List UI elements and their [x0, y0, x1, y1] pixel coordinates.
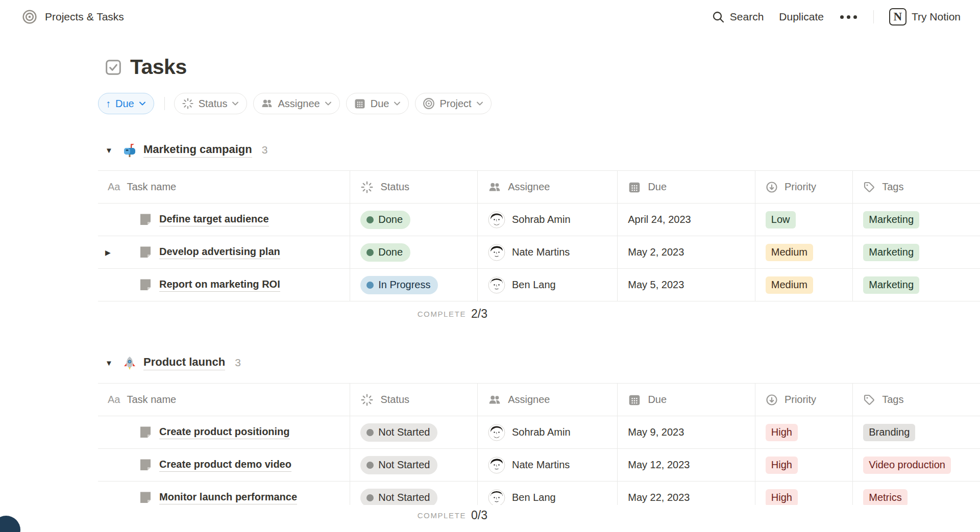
status-badge[interactable]: Done	[360, 211, 410, 229]
page-icon	[138, 490, 153, 505]
breadcrumb[interactable]: Projects & Tasks	[45, 11, 124, 23]
priority-badge[interactable]: Medium	[766, 244, 813, 261]
table-row[interactable]: Report on marketing ROI In Progress Ben …	[98, 269, 980, 301]
status-badge[interactable]: Not Started	[360, 489, 437, 507]
assignee-name[interactable]: Nate Martins	[512, 459, 570, 471]
column-header-due[interactable]: Due	[618, 384, 755, 416]
tag-badge[interactable]: Video production	[863, 457, 951, 474]
expand-triangle-icon[interactable]: ▶	[105, 248, 111, 257]
task-name-link[interactable]: Create product demo video	[159, 459, 291, 472]
mailbox-icon	[122, 143, 137, 157]
status-spinner-icon	[360, 393, 374, 407]
task-name-link[interactable]: Monitor launch performance	[159, 491, 297, 504]
search-icon	[712, 10, 725, 23]
table-row[interactable]: Define target audience Done Sohrab Amin …	[98, 204, 980, 236]
filter-pill-due[interactable]: Due	[346, 93, 409, 114]
priority-badge[interactable]: Medium	[766, 276, 813, 294]
group-title[interactable]: Marketing campaign	[143, 143, 252, 158]
filter-label: Status	[199, 98, 228, 110]
table-row[interactable]: Create product positioning Not Started S…	[98, 416, 980, 449]
column-header-assignee[interactable]: Assignee	[478, 171, 618, 203]
column-header-due[interactable]: Due	[618, 171, 755, 203]
rocket-icon	[122, 356, 137, 370]
try-notion-label: Try Notion	[912, 11, 961, 23]
status-badge[interactable]: Not Started	[360, 423, 437, 442]
filter-bar: ↑ Due Status Assignee Due Project	[98, 93, 980, 114]
column-header-priority[interactable]: Priority	[755, 384, 853, 416]
assignee-name[interactable]: Sohrab Amin	[512, 426, 571, 438]
column-header-status[interactable]: Status	[350, 384, 478, 416]
due-date[interactable]: May 12, 2023	[628, 459, 690, 471]
tag-badge[interactable]: Marketing	[863, 211, 919, 229]
tag-badge[interactable]: Metrics	[863, 489, 907, 506]
priority-badge[interactable]: High	[766, 489, 798, 506]
status-spinner-icon	[360, 181, 374, 194]
page-icon	[138, 458, 153, 473]
table-row[interactable]: Create product demo video Not Started Na…	[98, 449, 980, 482]
collapse-triangle-icon[interactable]: ▼	[105, 359, 122, 367]
column-header-priority[interactable]: Priority	[755, 171, 853, 203]
column-header-task-name[interactable]: Aa Task name	[98, 171, 350, 203]
filter-pill-project[interactable]: Project	[415, 93, 491, 114]
group-marketing-campaign: ▼ Marketing campaign 3 Aa Task name Stat…	[98, 141, 980, 326]
search-button[interactable]: Search	[712, 10, 764, 23]
task-name-link[interactable]: Define target audience	[159, 213, 269, 226]
chevron-down-icon	[139, 100, 146, 107]
duplicate-button[interactable]: Duplicate	[779, 11, 824, 23]
filter-pill-assignee[interactable]: Assignee	[253, 93, 339, 114]
status-badge[interactable]: Done	[360, 243, 410, 262]
tag-badge[interactable]: Branding	[863, 424, 915, 441]
tag-icon	[863, 181, 875, 193]
status-badge[interactable]: Not Started	[360, 456, 437, 474]
status-dot-icon	[366, 462, 374, 469]
status-badge[interactable]: In Progress	[360, 276, 438, 294]
tag-badge[interactable]: Marketing	[863, 276, 919, 294]
calendar-icon	[628, 393, 641, 407]
due-date[interactable]: May 22, 2023	[628, 492, 690, 503]
filter-divider	[164, 97, 165, 110]
complete-calc[interactable]: COMPLETE 0/3	[365, 509, 500, 522]
tag-badge[interactable]: Marketing	[863, 244, 919, 261]
due-date[interactable]: April 24, 2023	[628, 214, 691, 225]
more-icon[interactable]	[839, 13, 858, 21]
avatar	[488, 244, 505, 261]
chevron-down-icon	[232, 100, 239, 107]
group-count: 3	[262, 144, 268, 156]
group-title[interactable]: Product launch	[143, 356, 225, 370]
task-name-link[interactable]: Report on marketing ROI	[159, 278, 280, 292]
assignee-name[interactable]: Nate Martins	[512, 246, 570, 258]
column-header-assignee[interactable]: Assignee	[478, 384, 618, 416]
status-dot-icon	[366, 282, 374, 289]
task-name-link[interactable]: Create product positioning	[159, 426, 290, 439]
column-header-task-name[interactable]: Aa Task name	[98, 384, 350, 416]
page-title: Tasks	[130, 55, 187, 79]
priority-badge[interactable]: High	[766, 457, 798, 474]
filter-pill-status[interactable]: Status	[174, 93, 248, 114]
due-date[interactable]: May 9, 2023	[628, 426, 684, 438]
due-date[interactable]: May 5, 2023	[628, 279, 684, 291]
complete-value: 2/3	[471, 307, 487, 321]
table-footer: COMPLETE 2/3	[98, 301, 980, 326]
column-header-tags[interactable]: Tags	[853, 171, 980, 203]
assignee-name[interactable]: Sohrab Amin	[512, 214, 571, 225]
column-header-tags[interactable]: Tags	[853, 384, 980, 416]
priority-badge[interactable]: High	[766, 424, 798, 441]
filter-label: Project	[439, 98, 471, 110]
notion-logo-icon: N	[889, 8, 906, 26]
text-type-icon: Aa	[108, 181, 120, 193]
due-date[interactable]: May 2, 2023	[628, 246, 684, 258]
group-product-launch: ▼ Product launch 3 Aa Task name Status A…	[98, 353, 980, 514]
complete-calc[interactable]: COMPLETE 2/3	[365, 307, 500, 321]
assignee-name[interactable]: Ben Lang	[512, 492, 556, 503]
column-header-status[interactable]: Status	[350, 171, 478, 203]
task-name-link[interactable]: Develop advertising plan	[159, 246, 280, 259]
checkbox-icon	[105, 59, 121, 75]
table-row[interactable]: ▶ Develop advertising plan Done Nate Mar…	[98, 236, 980, 269]
assignee-name[interactable]: Ben Lang	[512, 279, 556, 291]
sort-pill-due[interactable]: ↑ Due	[98, 93, 154, 114]
try-notion-button[interactable]: N Try Notion	[889, 8, 961, 26]
priority-badge[interactable]: Low	[766, 211, 796, 229]
collapse-triangle-icon[interactable]: ▼	[105, 146, 122, 155]
priority-icon	[766, 394, 778, 406]
topbar-divider	[873, 10, 874, 23]
